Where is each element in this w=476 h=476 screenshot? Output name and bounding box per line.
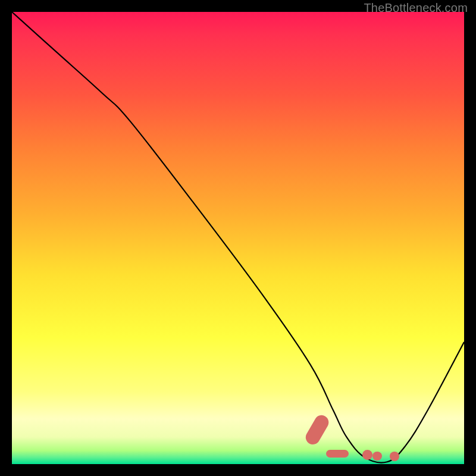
- highlight-marks: [12, 12, 464, 464]
- highlight-flat1: [326, 450, 349, 458]
- plot-area: [12, 12, 464, 464]
- highlight-elbow: [303, 413, 331, 447]
- stage: TheBottleneck.com: [0, 0, 476, 476]
- highlight-dot1: [362, 450, 372, 460]
- highlight-dot3: [390, 452, 399, 461]
- highlight-dot2: [372, 452, 381, 461]
